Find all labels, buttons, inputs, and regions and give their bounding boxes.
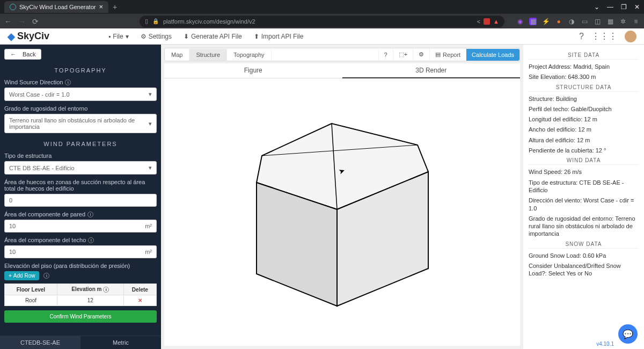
import-api-button[interactable]: ⬆Import API File xyxy=(254,33,304,40)
structure-type: Structure: Building xyxy=(529,95,639,103)
chevron-down-icon: ▾ xyxy=(126,33,129,40)
building-width: Ancho del edificio: 12 m xyxy=(529,126,639,133)
wind-structure-type: Tipo de estructura: CTE DB SE-AE - Edifi… xyxy=(529,179,639,194)
info-icon[interactable]: i xyxy=(87,212,93,217)
3d-canvas[interactable]: ➤ xyxy=(164,78,520,346)
forward-icon[interactable]: → xyxy=(18,17,26,26)
section-site-data: SITE DATA xyxy=(529,52,639,60)
add-tab-icon[interactable]: + xyxy=(113,3,117,11)
ground-snow: Ground Snow Load: 0.60 kPa xyxy=(529,252,639,259)
upload-icon: ⬆ xyxy=(254,33,259,40)
section-title-topography: TOPOGRAPHY xyxy=(4,67,157,74)
right-panel: SITE DATA Project Address: Madrid, Spain… xyxy=(523,45,644,349)
tab-map[interactable]: Map xyxy=(165,49,189,61)
unbalanced-snow: Consider Unbalanced/Drifted Snow Load?: … xyxy=(529,262,639,278)
url-box[interactable]: ▯ 🔒 platform.skyciv.com/design/wind/v2 <… xyxy=(140,16,504,27)
help-icon[interactable]: ? xyxy=(579,32,584,41)
info-icon[interactable]: i xyxy=(103,287,109,293)
gear-icon: ⚙ xyxy=(419,51,424,58)
plus-icon: + xyxy=(9,273,12,279)
chat-icon[interactable]: 💬 xyxy=(618,324,638,344)
app-toolbar: ◆ SkyCiv ▪File▾ ⚙Settings ⬇Generate API … xyxy=(0,28,644,45)
wind-direction: Dirección del viento: Worst Case - cdir … xyxy=(529,197,639,212)
chevron-down-icon: ▾ xyxy=(149,164,152,171)
reload-icon[interactable]: ⟳ xyxy=(32,17,39,26)
download-icon: ⬇ xyxy=(184,33,189,40)
area-huecos-input[interactable] xyxy=(4,194,157,207)
version-label: v4.10.1 xyxy=(596,341,614,347)
settings-menu[interactable]: ⚙Settings xyxy=(141,33,172,40)
wind-speed: Wind Speed: 26 m/s xyxy=(529,168,639,176)
menu-icon[interactable]: ≡ xyxy=(632,18,640,25)
wind-roughness: Grado de rugosidad del entorno: Terreno … xyxy=(529,215,639,238)
lock-icon: 🔒 xyxy=(152,18,159,24)
rugosidad-label: Grado de rugosidad del entorno xyxy=(4,105,157,112)
ext-icon[interactable]: ▦ xyxy=(529,18,537,25)
tab-title: SkyCiv Wind Load Generator xyxy=(19,4,96,10)
calculate-button[interactable]: Calculate Loads xyxy=(466,49,519,61)
gear-icon[interactable]: ✲ xyxy=(619,18,627,25)
close-tab-icon[interactable]: × xyxy=(99,3,103,11)
wind-direction-label: Wind Source Directioni xyxy=(4,79,157,85)
elevation-table: Floor LevelElevation m iDelete Roof12✕ xyxy=(4,283,157,306)
area-pared-input[interactable] xyxy=(4,220,141,232)
warn-icon[interactable]: ▲ xyxy=(493,18,499,25)
tipo-select[interactable]: CTE DB SE-AE - Edificio▾ xyxy=(4,161,157,174)
tab-topography[interactable]: Topography xyxy=(227,49,272,61)
ext-icon[interactable]: ◑ xyxy=(568,18,575,25)
confirm-button[interactable]: Confirm Wind Parameters xyxy=(4,310,157,323)
maximize-icon[interactable]: ❐ xyxy=(621,3,627,11)
address-bar: ← → ⟳ ▯ 🔒 platform.skyciv.com/design/win… xyxy=(0,13,644,28)
ext-icon[interactable]: ▭ xyxy=(581,18,588,25)
section-snow-data: SNOW DATA xyxy=(529,241,639,249)
ext-icon[interactable]: ◫ xyxy=(594,18,601,25)
shield-icon[interactable] xyxy=(484,18,490,25)
rugosidad-select[interactable]: Terreno rural llano sin obstáculos ni ar… xyxy=(4,114,157,133)
file-menu[interactable]: ▪File▾ xyxy=(108,33,129,40)
window-controls: ⌄ ― ❐ ✕ xyxy=(594,3,640,11)
report-icon: ▤ xyxy=(435,51,441,58)
back-button[interactable]: ←Back xyxy=(4,49,41,60)
view-toolbar: Map Structure Topography ? ⬚+ ⚙ ▤Report … xyxy=(164,48,520,61)
delete-row-icon[interactable]: ✕ xyxy=(138,297,142,303)
ext-icon[interactable]: ▦ xyxy=(606,18,614,25)
logo[interactable]: ◆ SkyCiv xyxy=(8,31,49,42)
minimize-icon[interactable]: ― xyxy=(607,3,613,11)
unit-label: m² xyxy=(141,220,157,232)
elevation-label: Elevación del piso (para distribución de… xyxy=(4,263,157,269)
browser-tab[interactable]: SkyCiv Wind Load Generator × xyxy=(4,1,108,13)
help-button[interactable]: ? xyxy=(378,49,393,61)
close-window-icon[interactable]: ✕ xyxy=(634,3,640,11)
extension-icons: ◉ ▦ ⚡ ● ◑ ▭ ◫ ▦ ✲ ≡ xyxy=(516,18,640,25)
info-icon[interactable]: i xyxy=(88,237,94,243)
add-model-button[interactable]: ⬚+ xyxy=(393,48,413,61)
settings-button[interactable]: ⚙ xyxy=(413,48,429,61)
view-tabs: Figure 3D Render xyxy=(164,63,520,78)
chevron-down-icon: ▾ xyxy=(149,91,152,98)
th-delete: Delete xyxy=(123,284,156,295)
code-tab[interactable]: CTEDB-SE-AE xyxy=(0,336,80,349)
tab-structure[interactable]: Structure xyxy=(189,49,227,61)
render-tab[interactable]: 3D Render xyxy=(342,63,521,78)
wind-direction-select[interactable]: Worst Case - cdir = 1.0▾ xyxy=(4,88,157,101)
back-icon[interactable]: ← xyxy=(4,17,12,26)
section-title-wind: WIND PARAMETERS xyxy=(4,141,157,147)
info-icon[interactable]: i xyxy=(43,273,49,279)
ext-icon[interactable]: ◉ xyxy=(516,18,524,25)
add-row-button[interactable]: +Add Row xyxy=(4,271,39,280)
sidebar: ←Back TOPOGRAPHY Wind Source Directioni … xyxy=(0,45,161,349)
avatar[interactable] xyxy=(625,31,636,42)
bookmark-icon[interactable]: ▯ xyxy=(145,18,148,25)
figure-tab[interactable]: Figure xyxy=(164,63,342,78)
report-button[interactable]: ▤Report xyxy=(429,48,466,61)
apps-grid-icon[interactable]: ⋮⋮⋮ xyxy=(591,31,617,41)
share-icon[interactable]: < xyxy=(477,18,480,25)
th-floor: Floor Level xyxy=(5,284,57,295)
chevron-down-icon[interactable]: ⌄ xyxy=(594,3,599,11)
ext-icon[interactable]: ● xyxy=(555,18,562,25)
info-icon[interactable]: i xyxy=(65,79,71,85)
unit-tab[interactable]: Metric xyxy=(80,336,161,349)
ext-icon[interactable]: ⚡ xyxy=(542,18,550,25)
generate-api-button[interactable]: ⬇Generate API File xyxy=(184,33,242,40)
area-techo-input[interactable] xyxy=(4,245,141,258)
